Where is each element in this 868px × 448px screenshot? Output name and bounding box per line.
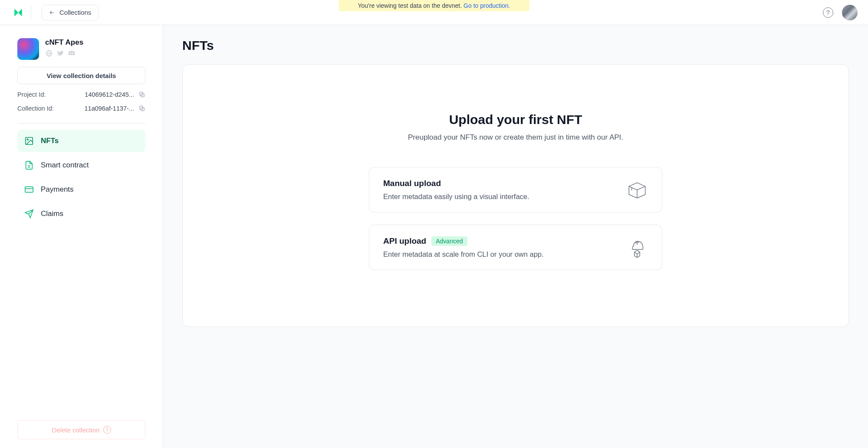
hero-title: Upload your first NFT bbox=[449, 112, 582, 127]
credit-card-icon bbox=[24, 185, 34, 194]
social-links bbox=[45, 49, 83, 57]
divider bbox=[17, 123, 145, 124]
brand-logo-icon bbox=[13, 7, 24, 18]
delete-label: Delete collection bbox=[52, 426, 99, 434]
box-icon bbox=[626, 179, 648, 201]
send-icon bbox=[24, 209, 34, 219]
sidebar-item-payments[interactable]: Payments bbox=[17, 178, 145, 201]
back-label: Collections bbox=[59, 9, 91, 16]
sidebar-item-label: NFTs bbox=[41, 137, 59, 145]
help-icon[interactable]: ? bbox=[823, 7, 833, 18]
file-icon bbox=[24, 160, 34, 170]
twitter-icon[interactable] bbox=[56, 49, 64, 57]
image-icon bbox=[24, 136, 34, 146]
svg-point-8 bbox=[27, 139, 28, 140]
go-to-production-link[interactable]: Go to production. bbox=[464, 2, 510, 9]
arrow-left-icon bbox=[49, 10, 55, 16]
cloud-upload-icon bbox=[626, 237, 648, 258]
collection-name: cNFT Apes bbox=[45, 38, 83, 47]
sidebar-item-label: Smart contract bbox=[41, 161, 89, 170]
globe-icon[interactable] bbox=[45, 49, 53, 57]
upload-card: Upload your first NFT Preupload your NFT… bbox=[182, 64, 849, 327]
project-id-row: Project Id: 14069612-d245... bbox=[17, 91, 145, 98]
copy-icon[interactable] bbox=[138, 91, 145, 98]
project-id-value: 14069612-d245... bbox=[85, 91, 134, 98]
hero-subtitle: Preupload your NFTs now or create them j… bbox=[408, 133, 623, 142]
back-to-collections-button[interactable]: Collections bbox=[42, 5, 99, 20]
sidebar-item-label: Claims bbox=[41, 209, 63, 218]
sidebar-item-smart-contract[interactable]: Smart contract bbox=[17, 154, 145, 177]
collection-id-label: Collection Id: bbox=[17, 105, 54, 112]
banner-text: You're viewing test data on the devnet. bbox=[358, 2, 462, 9]
svg-rect-11 bbox=[25, 187, 33, 193]
sidebar-item-nfts[interactable]: NFTs bbox=[17, 130, 145, 152]
collection-id-row: Collection Id: 11a096af-1137-... bbox=[17, 105, 145, 112]
main-content: NFTs Upload your first NFT Preupload you… bbox=[163, 25, 868, 448]
user-avatar[interactable] bbox=[842, 5, 858, 20]
help-icon: ? bbox=[103, 426, 111, 434]
collection-id-value: 11a096af-1137-... bbox=[85, 105, 134, 112]
manual-upload-option[interactable]: Manual upload Enter metadata easily usin… bbox=[369, 167, 662, 213]
sidebar-item-claims[interactable]: Claims bbox=[17, 203, 145, 225]
delete-collection-button[interactable]: Delete collection ? bbox=[17, 420, 145, 439]
view-collection-details-button[interactable]: View collection details bbox=[17, 67, 145, 84]
collection-avatar bbox=[17, 38, 39, 60]
option-title: Manual upload bbox=[383, 179, 441, 188]
option-title: API upload bbox=[383, 236, 426, 246]
copy-icon[interactable] bbox=[138, 105, 145, 112]
option-description: Enter metadata at scale from CLI or your… bbox=[383, 250, 616, 258]
option-description: Enter metadata easily using a visual int… bbox=[383, 193, 616, 201]
environment-banner: You're viewing test data on the devnet. … bbox=[339, 0, 529, 11]
sidebar-item-label: Payments bbox=[41, 185, 74, 194]
project-id-label: Project Id: bbox=[17, 91, 46, 98]
collection-header: cNFT Apes bbox=[17, 38, 145, 60]
discord-icon[interactable] bbox=[68, 49, 76, 57]
page-title: NFTs bbox=[182, 38, 849, 53]
logo[interactable] bbox=[5, 6, 31, 19]
advanced-badge: Advanced bbox=[431, 236, 467, 246]
sidebar: cNFT Apes View collection details Projec… bbox=[0, 25, 163, 448]
api-upload-option[interactable]: API upload Advanced Enter metadata at sc… bbox=[369, 225, 662, 270]
